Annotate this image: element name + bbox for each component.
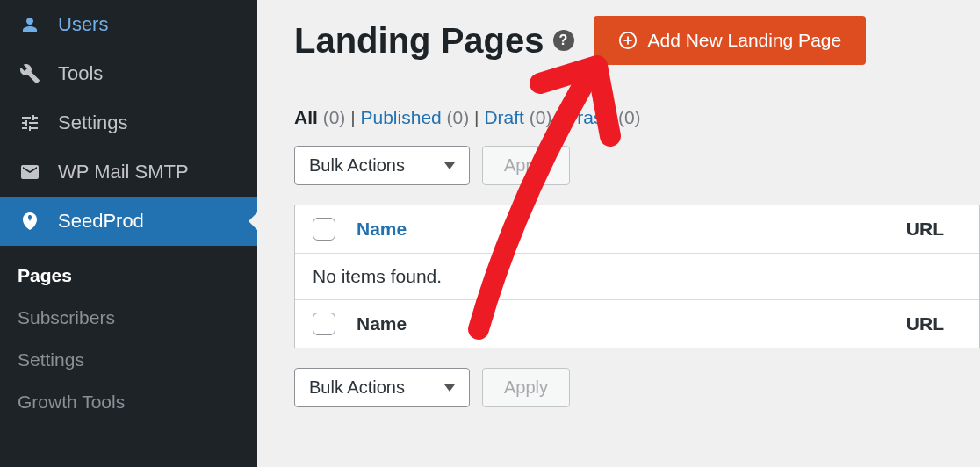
table-empty-row: No items found. xyxy=(295,254,979,300)
status-filters: All (0) | Published (0) | Draft (0) | Tr… xyxy=(294,107,980,128)
column-header-name[interactable]: Name xyxy=(357,219,906,240)
table-header-row: Name URL xyxy=(295,205,979,254)
sidebar-item-label: WP Mail SMTP xyxy=(58,161,189,183)
filter-trash[interactable]: Trash xyxy=(566,107,613,127)
sidebar-item-label: Users xyxy=(58,13,108,36)
sidebar-item-label: SeedProd xyxy=(58,210,144,233)
main-content: Landing Pages ? Add New Landing Page All… xyxy=(257,0,980,467)
column-footer-url: URL xyxy=(906,313,962,334)
page-title: Landing Pages ? xyxy=(294,21,574,61)
sidebar-item-seedprod[interactable]: SeedProd xyxy=(0,197,257,246)
bulk-actions-top: Bulk Actions Apply xyxy=(294,146,980,185)
sidebar-item-label: Tools xyxy=(58,62,103,85)
submenu-item-settings[interactable]: Settings xyxy=(0,339,257,381)
help-icon[interactable]: ? xyxy=(553,30,574,51)
filter-draft[interactable]: Draft xyxy=(484,107,524,127)
column-footer-name: Name xyxy=(357,313,906,334)
select-all-checkbox-top[interactable] xyxy=(313,218,335,241)
mail-icon xyxy=(18,160,42,184)
sidebar-item-tools[interactable]: Tools xyxy=(0,49,257,98)
sliders-icon xyxy=(18,111,42,135)
seedprod-submenu: Pages Subscribers Settings Growth Tools xyxy=(0,246,257,435)
sidebar-item-label: Settings xyxy=(58,111,128,134)
wp-admin-sidebar: Users Tools Settings WP Mail SMTP SeedPr… xyxy=(0,0,257,467)
wrench-icon xyxy=(18,61,42,86)
bulk-actions-bottom: Bulk Actions Apply xyxy=(294,368,980,407)
submenu-item-growth-tools[interactable]: Growth Tools xyxy=(0,381,257,423)
sidebar-item-wp-mail-smtp[interactable]: WP Mail SMTP xyxy=(0,147,257,197)
bulk-apply-button-bottom[interactable]: Apply xyxy=(482,368,570,407)
bulk-apply-button[interactable]: Apply xyxy=(482,146,570,185)
bulk-actions-select[interactable]: Bulk Actions xyxy=(294,146,470,185)
sidebar-item-users[interactable]: Users xyxy=(0,0,257,49)
filter-published[interactable]: Published xyxy=(361,107,442,127)
landing-pages-table: Name URL No items found. Name URL xyxy=(294,205,980,348)
column-header-url: URL xyxy=(906,219,962,240)
sidebar-item-settings[interactable]: Settings xyxy=(0,98,257,147)
submenu-item-subscribers[interactable]: Subscribers xyxy=(0,297,257,339)
seedprod-icon xyxy=(18,209,42,234)
users-icon xyxy=(18,12,42,37)
add-new-landing-page-button[interactable]: Add New Landing Page xyxy=(594,16,867,65)
filter-all[interactable]: All xyxy=(294,107,323,127)
plus-circle-icon xyxy=(618,31,638,50)
table-footer-row: Name URL xyxy=(295,300,979,348)
bulk-actions-select-bottom[interactable]: Bulk Actions xyxy=(294,368,470,407)
select-all-checkbox-bottom[interactable] xyxy=(313,313,335,335)
submenu-item-pages[interactable]: Pages xyxy=(0,255,257,297)
page-header: Landing Pages ? Add New Landing Page xyxy=(294,16,980,65)
